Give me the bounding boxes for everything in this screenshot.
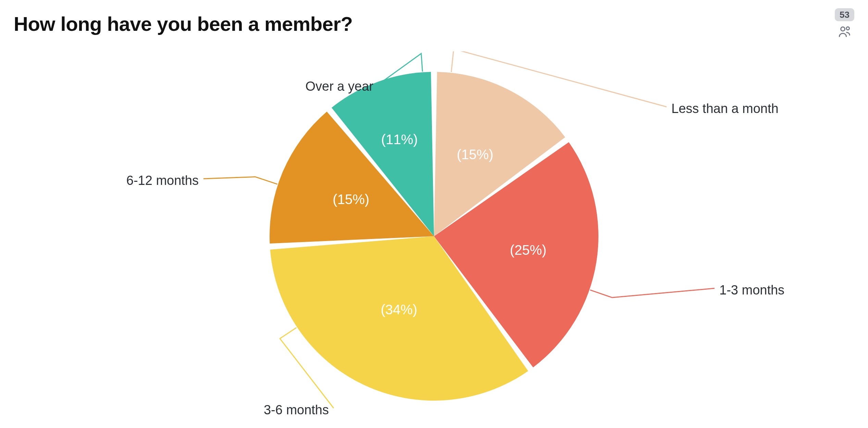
slice-percent-label: (11%) (381, 132, 418, 147)
slice-category-label: 1-3 months (719, 283, 784, 297)
leader-line (590, 288, 715, 298)
response-count-area: 53 (835, 8, 854, 39)
slice-percent-label: (34%) (381, 302, 417, 317)
slice-category-label: 6-12 months (126, 173, 199, 188)
slice-percent-label: (15%) (333, 192, 369, 207)
leader-line (203, 177, 277, 184)
slice-percent-label: (15%) (457, 147, 494, 162)
pie-chart: (15%)Less than a month(25%)1-3 months(34… (0, 51, 868, 421)
chart-title: How long have you been a member? (14, 12, 353, 35)
response-count-badge: 53 (835, 8, 854, 21)
slice-category-label: Over a year (305, 79, 373, 93)
slice-category-label: Less than a month (671, 101, 779, 116)
svg-point-0 (841, 27, 845, 31)
svg-point-1 (846, 27, 849, 30)
people-icon (837, 24, 852, 39)
slice-percent-label: (25%) (510, 242, 547, 257)
slice-category-label: 3-6 months (264, 403, 329, 417)
